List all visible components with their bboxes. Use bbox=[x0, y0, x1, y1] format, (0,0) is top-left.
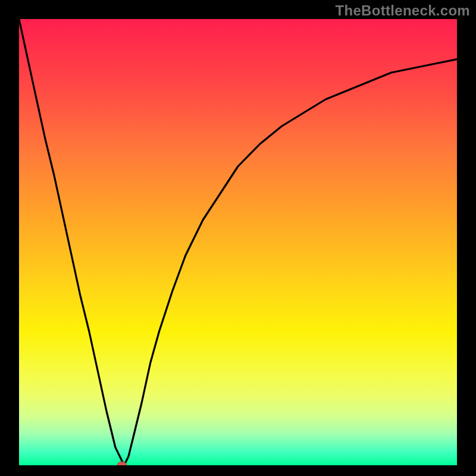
chart-curve bbox=[19, 19, 457, 465]
chart-frame: TheBottleneck.com bbox=[0, 0, 476, 476]
watermark-text: TheBottleneck.com bbox=[336, 2, 470, 19]
chart-plot-area bbox=[19, 19, 457, 465]
chart-curve-layer bbox=[19, 19, 457, 465]
